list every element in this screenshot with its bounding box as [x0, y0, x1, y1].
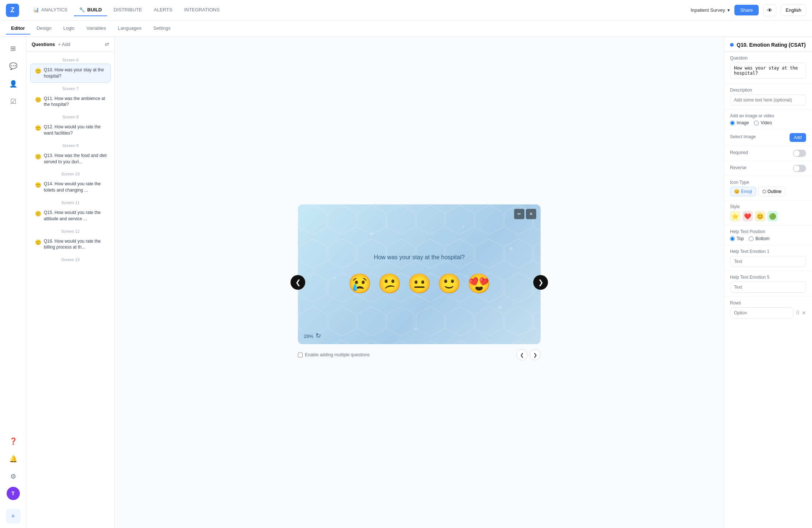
question-input[interactable]: How was your stay at the hospital? [730, 63, 806, 79]
sidebar-item-tasks[interactable]: ☑ [6, 94, 21, 109]
canvas-wrapper: ❮ [298, 204, 541, 360]
tab-editor[interactable]: Editor [6, 22, 30, 35]
nav-tab-distribute[interactable]: DISTRIBUTE [108, 4, 147, 16]
svg-point-2 [370, 232, 373, 235]
reverse-label: Reverse [730, 165, 747, 170]
tab-languages[interactable]: Languages [113, 22, 146, 35]
image-video-label: Add an image or video [730, 113, 806, 118]
page-prev-button[interactable]: ❮ [516, 349, 527, 360]
language-button[interactable]: English [781, 4, 806, 16]
sidebar-item-notifications[interactable]: 🔔 [6, 452, 21, 466]
select-image-label: Select Image [730, 134, 756, 139]
emoji-2[interactable]: 😕 [378, 272, 402, 295]
rows-row: ⠿ ✕ [730, 307, 806, 318]
q10-text: Q10. How was your stay at the hospital? [44, 67, 107, 79]
tab-design[interactable]: Design [32, 22, 57, 35]
screen-label-9: Screen 9 [30, 140, 111, 149]
enable-multiple-checkbox[interactable] [298, 353, 303, 357]
rows-section: Rows ⠿ ✕ [724, 297, 812, 322]
sidebar-item-help[interactable]: ❓ [6, 434, 21, 449]
sidebar-item-settings[interactable]: ⚙ [6, 469, 21, 484]
delete-button[interactable]: ✕ [526, 209, 536, 219]
icon-type-label: Icon Type [730, 180, 806, 185]
questions-list: Screen 6 🙂 Q10. How was your stay at the… [26, 52, 114, 528]
question-item-q14[interactable]: 🙂 Q14. How would you rate the toilets an… [30, 178, 111, 197]
screen-label-8: Screen 8 [30, 112, 111, 121]
canvas-next-button[interactable]: ❯ [533, 275, 548, 290]
nav-tab-alerts[interactable]: ALERTS [149, 4, 177, 16]
question-item-q10[interactable]: 🙂 Q10. How was your stay at the hospital… [30, 64, 111, 83]
survey-selector[interactable]: Inpatient Survey ▾ [691, 7, 730, 13]
svg-point-7 [414, 328, 417, 331]
icon-type-emoji-button[interactable]: 😊 Emoji [730, 187, 756, 196]
nav-right: Inpatient Survey ▾ Share 👁 English [691, 4, 806, 16]
preview-button[interactable]: 👁 [763, 4, 776, 16]
main-nav-tabs: 📊 ANALYTICS 🔧 BUILD DISTRIBUTE ALERTS IN… [28, 4, 225, 16]
sidebar-item-grid[interactable]: ⊞ [6, 41, 21, 56]
sidebar-item-user[interactable]: 👤 [6, 76, 21, 91]
emoji-3[interactable]: 😐 [407, 272, 431, 295]
edit-button[interactable]: ✏ [514, 209, 524, 219]
description-input[interactable] [730, 94, 806, 106]
svg-point-3 [462, 225, 464, 228]
q14-text: Q14. How would you rate the toilets and … [44, 181, 107, 193]
question-item-q11[interactable]: 🙂 Q11. How was the ambience at the hospi… [30, 92, 111, 111]
tab-settings[interactable]: Settings [148, 22, 176, 35]
style-swatch-heart[interactable]: ❤️ [742, 211, 753, 221]
tab-logic[interactable]: Logic [58, 22, 80, 35]
reverse-toggle[interactable] [793, 165, 806, 172]
chevron-down-icon: ▾ [727, 7, 730, 13]
question-item-q12[interactable]: 🙂 Q12. How would you rate the ward facil… [30, 121, 111, 140]
required-toggle[interactable] [793, 150, 806, 157]
icon-type-field-group: Icon Type 😊 Emoji ⬡ Outline [724, 176, 812, 200]
sidebar-item-chat[interactable]: 💬 [6, 59, 21, 74]
help-text-emotion5-field-group: Help Text Emotion 5 [724, 271, 812, 297]
style-swatch-dot[interactable]: 🟢 [768, 211, 778, 221]
q11-icon: 🙂 [34, 96, 42, 103]
edit-overlay: ✏ ✕ [514, 209, 536, 219]
add-question-button[interactable]: + Add [58, 42, 71, 47]
help-text-emotion1-input[interactable] [730, 256, 806, 267]
progress-indicator: 28% ↻ [304, 332, 321, 340]
style-label: Style [730, 204, 806, 209]
emoji-4[interactable]: 🙂 [437, 272, 461, 295]
style-swatch-emoji[interactable]: 😊 [755, 211, 765, 221]
share-button[interactable]: Share [734, 5, 759, 15]
q16-icon: 🙂 [34, 239, 42, 246]
avatar[interactable]: T [7, 487, 20, 500]
rows-input[interactable] [730, 307, 793, 318]
style-swatch-star[interactable]: ⭐ [730, 211, 740, 221]
rows-label: Rows [730, 300, 806, 306]
canvas-footer: Enable adding multiple questions ❮ ❯ [298, 349, 541, 360]
page-next-button[interactable]: ❯ [530, 349, 541, 360]
question-item-q16[interactable]: 🙂 Q16. How would you rate the billing pr… [30, 235, 111, 254]
canvas-question-text: How was your stay at the hospital? [348, 254, 491, 261]
emoji-5[interactable]: 😍 [467, 272, 491, 295]
q10-icon: 🙂 [34, 67, 42, 75]
question-item-q15[interactable]: 🙂 Q15. How would you rate the attitude a… [30, 206, 111, 225]
q13-icon: 🙂 [34, 153, 42, 160]
emoji-1[interactable]: 😢 [348, 272, 372, 295]
canvas-prev-button[interactable]: ❮ [291, 275, 305, 290]
nav-tab-build[interactable]: 🔧 BUILD [74, 4, 107, 16]
rows-delete-icon[interactable]: ✕ [802, 308, 806, 318]
position-top-radio[interactable]: Top [730, 236, 744, 241]
nav-tab-integrations[interactable]: INTEGRATIONS [179, 4, 225, 16]
sidebar-item-add[interactable]: + [6, 509, 21, 524]
nav-tab-analytics[interactable]: 📊 ANALYTICS [28, 4, 72, 16]
video-radio[interactable]: Video [754, 120, 772, 125]
add-image-button[interactable]: Add [790, 133, 806, 142]
tab-variables[interactable]: Variables [81, 22, 111, 35]
image-radio[interactable]: Image [730, 120, 749, 125]
reorder-icon[interactable]: ⇄ [105, 41, 109, 47]
help-text-emotion5-input[interactable] [730, 282, 806, 293]
enable-multiple-label[interactable]: Enable adding multiple questions [298, 352, 370, 357]
questions-panel: Questions + Add ⇄ Screen 6 🙂 Q10. How wa… [26, 37, 115, 528]
rows-drag-icon[interactable]: ⠿ [795, 308, 799, 318]
help-text-position-field-group: Help Text Position Top Bottom [724, 225, 812, 245]
question-item-q13[interactable]: 🙂 Q13. How was the food and diet served … [30, 149, 111, 168]
position-bottom-radio[interactable]: Bottom [749, 236, 769, 241]
style-field-group: Style ⭐ ❤️ 😊 🟢 [724, 200, 812, 225]
icon-type-buttons: 😊 Emoji ⬡ Outline [730, 187, 806, 196]
icon-type-outline-button[interactable]: ⬡ Outline [758, 187, 786, 196]
